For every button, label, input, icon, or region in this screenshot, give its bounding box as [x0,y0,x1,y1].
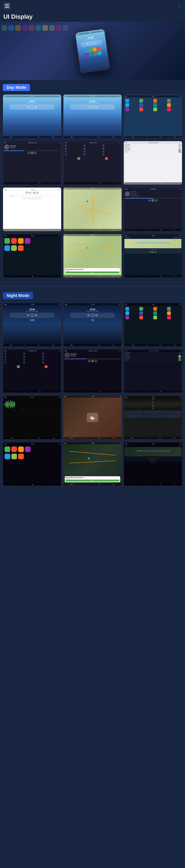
btc-num7[interactable]: 7 [64,150,67,153]
ca-maps-app[interactable] [4,238,10,244]
nc-num5[interactable]: 5 [23,355,25,358]
nc-call-btn[interactable]: 📞 [17,365,20,368]
nr-nav-2[interactable]: ↑ [144,411,162,414]
da-app-radio[interactable] [167,103,171,107]
da-app-settings[interactable] [167,99,171,102]
dm1-next[interactable]: ⏭ [35,106,37,108]
ncp-siri[interactable] [25,446,31,452]
btc-call-btn[interactable]: 📞 [77,157,80,160]
nm1-play[interactable]: ⏸ [30,313,34,317]
na-app-4[interactable] [167,307,171,311]
nr-nav-3[interactable]: → [162,411,181,414]
na-app-7[interactable] [153,311,157,315]
bts-power-toggle[interactable] [178,151,181,153]
btc-num1[interactable]: 1 [64,144,67,147]
da-app-bt[interactable] [139,103,143,107]
ncp-waze[interactable] [18,454,24,459]
nbm-prev[interactable]: ⏮ [88,360,90,362]
bts-auto-answer-toggle[interactable] [178,148,181,149]
da-app-waze[interactable] [125,103,129,107]
btc-end-btn[interactable]: ✕ [105,157,108,160]
btm-next-btn[interactable]: ⏭ [34,152,37,154]
da-app-media[interactable] [167,107,171,111]
np-play-btn[interactable]: ▶ [152,251,154,253]
dm2-prev[interactable]: ⏮ [87,106,90,108]
google-search-btn[interactable]: Google Search [23,197,31,199]
nc-hash[interactable]: # [42,362,44,364]
da-app-phone[interactable] [153,99,157,102]
nbm-next[interactable]: ⏭ [95,360,97,362]
btc-star[interactable]: * [64,153,67,156]
ncp-podcast[interactable] [4,454,10,459]
nc-num2[interactable]: 2 [23,352,25,355]
btc-num9[interactable]: 9 [102,150,105,153]
dm1-prev[interactable]: ⏮ [27,106,29,108]
nnp-play[interactable]: ▶ [152,459,154,461]
google-lucky-btn[interactable]: I'm Feeling Lucky [32,197,41,199]
hero-play-btn[interactable]: ⏸ [89,41,93,45]
nc-num6[interactable]: 6 [42,355,44,358]
menu-icon[interactable] [3,2,10,9]
nm2-next[interactable]: ⏭ [95,314,98,316]
na-app-5[interactable] [125,311,129,315]
na-app-8[interactable] [167,311,171,315]
na-app-10[interactable] [139,316,143,319]
btm-prev-btn[interactable]: ⏮ [27,152,30,154]
na-app-11[interactable] [153,316,157,319]
na-app-2[interactable] [139,307,143,311]
nr-nav-1[interactable]: ← [125,411,143,414]
ca-siri-app[interactable] [25,238,30,244]
da-app-music[interactable] [139,99,143,102]
nc-num4[interactable]: 4 [4,355,7,358]
google-search-bar[interactable]: Search... [9,195,55,197]
btc-num4[interactable]: 4 [64,147,67,150]
np-next-btn[interactable]: ⏭ [154,251,156,253]
sm-prev[interactable]: ⏮ [148,199,151,202]
ncp-maps[interactable] [4,446,10,452]
na-app-6[interactable] [139,311,143,315]
nc-end-btn[interactable]: ✕ [45,365,48,368]
btc-num5[interactable]: 5 [83,147,86,150]
nbs-auto-answer-toggle[interactable] [178,355,181,357]
ncp-music[interactable] [18,446,24,452]
nc-star[interactable]: * [4,362,7,364]
np-prev-btn[interactable]: ⏮ [150,251,151,253]
nc-num8[interactable]: 8 [23,359,25,361]
nr-nav-6[interactable]: ⟳ [162,414,181,418]
da-app-telegram[interactable] [125,99,129,102]
nm1-next[interactable]: ⏭ [35,314,37,316]
nc-num3[interactable]: 3 [42,352,44,355]
na-app-1[interactable] [125,307,129,311]
header-dots-icon[interactable]: ⋮ [177,3,182,8]
hero-next-btn[interactable]: ⏭ [94,42,97,44]
nnp-next[interactable]: ⏭ [154,459,156,461]
na-app-3[interactable] [153,307,157,311]
dm2-next[interactable]: ⏭ [95,106,98,108]
nbs-auto-connect-toggle[interactable] [178,358,181,359]
nc-num7[interactable]: 7 [4,359,7,361]
nm1-prev[interactable]: ⏮ [27,314,29,316]
btc-num2[interactable]: 2 [83,144,86,147]
bts-auto-connect-toggle[interactable] [178,149,181,151]
btc-num0[interactable]: 0 [83,153,86,156]
nr-nav-4[interactable]: ⟲ [125,414,143,418]
da-app-youtube[interactable] [139,107,143,111]
btc-num3[interactable]: 3 [102,144,105,147]
dm2-play[interactable]: ⏸ [91,105,94,109]
ca-waze-app[interactable] [18,245,24,251]
hero-prev-btn[interactable]: ⏮ [86,43,89,45]
btc-num8[interactable]: 8 [83,150,86,153]
ncp-spotify[interactable] [11,454,17,459]
btm-play-btn[interactable]: ⏸ [31,152,33,154]
ncp-phone[interactable] [11,446,17,452]
na-app-9[interactable] [125,316,129,319]
nc-num0[interactable]: 0 [23,362,25,364]
nav-go-btn[interactable]: GO [65,272,120,273]
nc-num9[interactable]: 9 [42,359,44,361]
ca-phone-app[interactable] [11,238,17,244]
nnav-go-btn[interactable]: GO [65,479,120,482]
btc-hash[interactable]: # [102,153,105,156]
nr-nav-5[interactable]: ↓ [144,414,162,418]
ca-music-app[interactable] [18,238,24,244]
nm2-play[interactable]: ⏸ [91,313,94,317]
